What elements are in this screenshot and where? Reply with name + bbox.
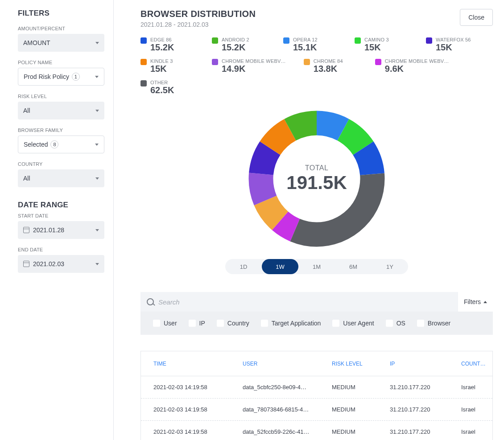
range-option-1m[interactable]: 1M	[298, 259, 335, 274]
legend-swatch	[212, 59, 218, 65]
table-header-cell[interactable]: USER	[243, 361, 332, 367]
legend-item[interactable]: CHROME MOBILE WEBV…9.6K	[375, 58, 449, 74]
chevron-down-icon	[95, 177, 99, 180]
table-row[interactable]: 2021-02-03 14:19:58data_78073846-6815-4……	[141, 399, 492, 421]
filter-chip[interactable]: OS	[386, 320, 405, 327]
chevron-down-icon	[95, 76, 99, 78]
calendar-icon	[23, 227, 29, 233]
filters-label: Filters	[464, 298, 481, 305]
chevron-down-icon	[95, 263, 99, 265]
close-button[interactable]: Close	[460, 9, 493, 26]
legend-item[interactable]: EDGE 8615.2K	[140, 37, 194, 52]
legend-item[interactable]: KINDLE 315K	[140, 58, 194, 74]
legend-item[interactable]: WATERFOX 5615K	[426, 37, 479, 52]
range-option-1w[interactable]: 1W	[262, 259, 298, 274]
table-cell: 31.210.177.220	[390, 384, 461, 391]
filter-chip[interactable]: IP	[189, 320, 205, 327]
table-header-cell[interactable]: COUNTRY	[461, 361, 492, 367]
legend-item[interactable]: OTHER62.5K	[140, 80, 194, 95]
main-panel: BROWSER DISTRIBUTION 2021.01.28 - 2021.0…	[114, 0, 504, 440]
legend-label: CAMINO 3	[364, 37, 389, 42]
date-range-selector: 1D1W1M6M1Y	[225, 259, 408, 274]
table-header-cell[interactable]: RISK LEVEL	[332, 361, 390, 367]
table-row[interactable]: 2021-02-03 14:19:58data_5cbfc250-8e09-4……	[141, 376, 492, 399]
table-cell: MEDIUM	[332, 406, 390, 413]
browser-family-value: Selected	[24, 141, 48, 148]
legend-swatch	[212, 37, 218, 44]
filter-chip-label: Country	[227, 320, 249, 327]
filter-chip[interactable]: Browser	[417, 320, 450, 327]
events-table-body[interactable]: 2021-02-03 14:19:58data_5cbfc250-8e09-4……	[141, 376, 492, 440]
risk-level-dropdown[interactable]: All	[18, 102, 104, 119]
country-label: COUNTRY	[18, 161, 104, 167]
checkbox-icon	[261, 320, 268, 327]
legend-item[interactable]: CAMINO 315K	[355, 37, 408, 52]
legend-item[interactable]: CHROME MOBILE WEBV…14.9K	[212, 58, 286, 74]
search-icon	[147, 298, 154, 305]
filters-title: FILTERS	[18, 9, 104, 18]
filters-toggle[interactable]: Filters	[458, 292, 493, 312]
legend-swatch	[304, 59, 310, 65]
legend-swatch	[140, 37, 147, 44]
filter-chip[interactable]: Country	[217, 320, 249, 327]
table-cell: 2021-02-03 14:19:58	[153, 384, 243, 391]
chevron-up-icon	[483, 301, 487, 303]
legend-value: 62.5K	[150, 85, 174, 95]
legend-label: CHROME MOBILE WEBV…	[385, 58, 449, 64]
table-cell: Israel	[461, 384, 492, 391]
legend-label: CHROME MOBILE WEBV…	[222, 58, 286, 64]
country-value: All	[23, 175, 30, 182]
policy-name-value: Prod Risk Policy	[24, 73, 69, 80]
filter-chip[interactable]: Target Application	[261, 320, 321, 327]
filter-chip-label: OS	[397, 320, 405, 327]
table-cell: MEDIUM	[332, 384, 390, 391]
start-date-label: START DATE	[18, 213, 104, 218]
table-header-cell[interactable]: TIME	[153, 361, 243, 367]
legend-swatch	[140, 80, 147, 86]
legend-value: 15.2K	[222, 42, 249, 52]
table-header-cell[interactable]: IP	[390, 361, 461, 367]
chevron-down-icon	[95, 42, 99, 44]
amount-percent-value: AMOUNT	[23, 39, 50, 46]
filter-chip-row: UserIPCountryTarget ApplicationUser Agen…	[140, 312, 493, 335]
end-date-picker[interactable]: 2021.02.03	[18, 255, 104, 273]
legend-value: 9.6K	[385, 64, 449, 74]
search-box	[140, 292, 458, 312]
range-option-1y[interactable]: 1Y	[372, 259, 408, 274]
legend-value: 15K	[364, 42, 389, 52]
legend-item[interactable]: CHROME 8413.8K	[304, 58, 357, 74]
filter-chip[interactable]: User	[153, 320, 177, 327]
header-date-range: 2021.01.28 - 2021.02.03	[140, 21, 256, 28]
legend-value: 14.9K	[222, 64, 286, 74]
legend-value: 15.1K	[293, 42, 318, 52]
country-dropdown[interactable]: All	[18, 169, 104, 187]
amount-percent-label: AMOUNT/PERCENT	[18, 26, 104, 31]
range-option-1d[interactable]: 1D	[225, 259, 262, 274]
table-cell: data_78073846-6815-4…	[243, 406, 332, 413]
table-cell: data_52fccb59-226c-41…	[243, 428, 332, 435]
start-date-picker[interactable]: 2021.01.28	[18, 221, 104, 239]
legend-swatch	[140, 59, 147, 65]
checkbox-icon	[386, 320, 393, 327]
date-range-title: DATE RANGE	[18, 201, 104, 210]
legend-label: OPERA 12	[293, 37, 318, 42]
table-cell: data_5cbfc250-8e09-4…	[243, 384, 332, 391]
legend-item[interactable]: ANDROID 215.2K	[212, 37, 265, 52]
filter-chip[interactable]: User Agent	[332, 320, 374, 327]
checkbox-icon	[332, 320, 339, 327]
search-input[interactable]	[158, 298, 452, 306]
filter-chip-label: Target Application	[272, 320, 321, 327]
donut-chart: TOTAL 191.5K	[245, 107, 388, 250]
range-option-6m[interactable]: 6M	[335, 259, 372, 274]
policy-name-dropdown[interactable]: Prod Risk Policy 1	[18, 68, 104, 86]
donut-total-label: TOTAL	[305, 164, 329, 172]
legend-item[interactable]: OPERA 1215.1K	[283, 37, 337, 52]
legend-label: CHROME 84	[314, 58, 343, 64]
browser-family-dropdown[interactable]: Selected 8	[18, 136, 104, 153]
legend-label: ANDROID 2	[222, 37, 249, 42]
risk-level-label: RISK LEVEL	[18, 94, 104, 99]
chevron-down-icon	[95, 110, 99, 112]
table-row[interactable]: 2021-02-03 14:19:58data_52fccb59-226c-41…	[141, 421, 492, 440]
filter-chip-label: User Agent	[343, 320, 374, 327]
amount-percent-dropdown[interactable]: AMOUNT	[18, 34, 104, 52]
